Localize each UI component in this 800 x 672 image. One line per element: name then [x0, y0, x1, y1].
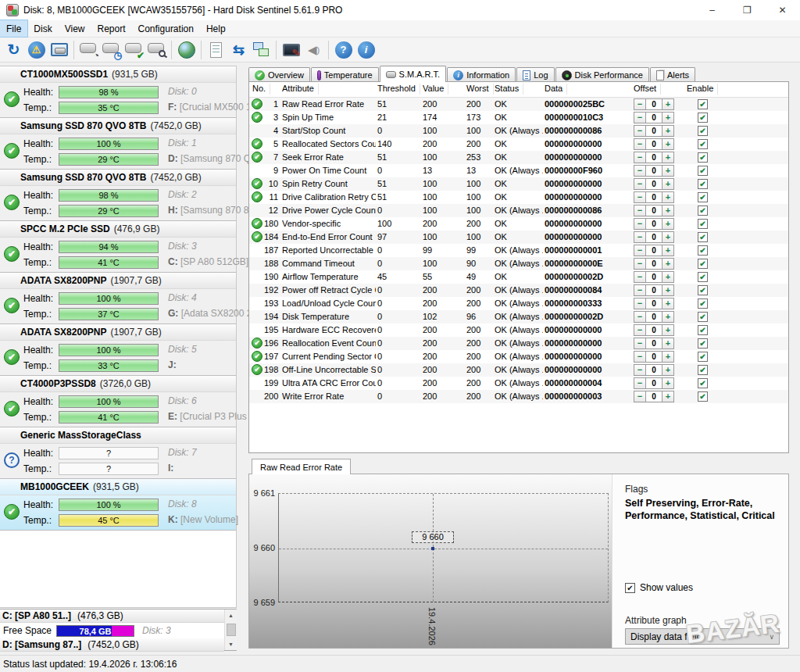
- offset-plus-button[interactable]: +: [662, 364, 674, 376]
- tab-log[interactable]: Log: [516, 67, 554, 82]
- table-row[interactable]: ✔ 180 Vendor-specific 100 200 200 OK 000…: [249, 217, 788, 231]
- offset-plus-button[interactable]: +: [662, 205, 674, 216]
- offset-minus-button[interactable]: −: [634, 98, 646, 110]
- help-icon[interactable]: ?: [333, 39, 354, 60]
- enable-checkbox[interactable]: ✔: [698, 365, 708, 375]
- world-disk-icon[interactable]: [176, 39, 197, 60]
- scroll-up-icon[interactable]: ▲: [225, 609, 238, 621]
- offset-plus-button[interactable]: +: [662, 271, 674, 283]
- offset-plus-button[interactable]: +: [662, 298, 674, 309]
- offset-minus-button[interactable]: −: [634, 178, 646, 190]
- offset-plus-button[interactable]: +: [662, 165, 674, 177]
- scroll-down-icon[interactable]: ▼: [225, 638, 238, 650]
- table-row[interactable]: ✔ 188 Command Timeout 0 100 90 OK (Alway…: [249, 257, 788, 270]
- tab-overview[interactable]: ✔Overview: [248, 67, 310, 82]
- disk-entry[interactable]: Samsung SSD 870 QVO 8TB (7452,0 GB) ✔ He…: [0, 170, 236, 221]
- table-row[interactable]: ✔ 190 Airflow Temperature 45 55 49 OK 00…: [249, 270, 788, 284]
- sync-icon[interactable]: ⇆: [228, 39, 249, 60]
- table-row[interactable]: ✔ 197 Current Pending Sector Co... 0 200…: [249, 350, 788, 363]
- menu-view[interactable]: View: [59, 20, 91, 37]
- offset-minus-button[interactable]: −: [634, 391, 646, 402]
- offset-minus-button[interactable]: −: [634, 258, 646, 270]
- offset-minus-button[interactable]: −: [634, 191, 646, 203]
- enable-checkbox[interactable]: ✔: [698, 152, 708, 163]
- offset-minus-button[interactable]: −: [634, 377, 646, 389]
- table-row[interactable]: ✔ 10 Spin Retry Count 51 100 100 OK 0000…: [249, 177, 788, 191]
- disk-clock-icon[interactable]: ◷: [101, 39, 122, 60]
- col-value[interactable]: Value: [423, 84, 444, 93]
- refresh-icon[interactable]: ↻: [3, 39, 24, 60]
- col-data[interactable]: Data: [545, 84, 562, 93]
- enable-checkbox[interactable]: ✔: [698, 232, 708, 242]
- offset-plus-button[interactable]: +: [662, 245, 674, 256]
- offset-minus-button[interactable]: −: [634, 364, 646, 376]
- tab-information[interactable]: iInformation: [447, 67, 516, 82]
- table-row[interactable]: ✔ 5 Reallocated Sectors Count 140 200 20…: [249, 138, 788, 151]
- offset-plus-button[interactable]: +: [662, 112, 674, 123]
- info-icon[interactable]: i: [355, 39, 377, 60]
- enable-checkbox[interactable]: ✔: [698, 99, 708, 109]
- col-attribute[interactable]: Attribute: [282, 84, 314, 93]
- menu-disk[interactable]: Disk: [27, 20, 58, 37]
- partition-row-c[interactable]: C: [SP A80 51..] (476,3 GB): [0, 609, 224, 623]
- enable-checkbox[interactable]: ✔: [698, 206, 708, 216]
- offset-plus-button[interactable]: +: [662, 138, 674, 150]
- table-row[interactable]: ✔ 196 Reallocation Event Count 0 200 200…: [249, 337, 788, 350]
- menu-help[interactable]: Help: [200, 20, 232, 37]
- disk-entry[interactable]: ADATA SX8200PNP (1907,7 GB) ✔ Health: 10…: [0, 324, 236, 376]
- menu-configuration[interactable]: Configuration: [132, 20, 200, 37]
- offset-plus-button[interactable]: +: [662, 152, 674, 163]
- offset-minus-button[interactable]: −: [634, 271, 646, 283]
- table-row[interactable]: ✔ 184 End-to-End Error Count 97 100 100 …: [249, 231, 788, 244]
- enable-checkbox[interactable]: ✔: [698, 312, 708, 322]
- offset-minus-button[interactable]: −: [634, 298, 646, 309]
- table-row[interactable]: ✔ 12 Drive Power Cycle Count 0 100 100 O…: [249, 204, 788, 217]
- table-row[interactable]: ✔ 11 Drive Calibration Retry Co... 51 10…: [249, 191, 788, 204]
- offset-minus-button[interactable]: −: [634, 284, 646, 296]
- enable-checkbox[interactable]: ✔: [698, 259, 708, 269]
- offset-plus-button[interactable]: +: [662, 125, 674, 137]
- table-row[interactable]: ✔ 9 Power On Time Count 0 13 13 OK (Alwa…: [249, 164, 788, 177]
- enable-checkbox[interactable]: ✔: [698, 338, 708, 349]
- enable-checkbox[interactable]: ✔: [698, 126, 708, 136]
- enable-checkbox[interactable]: ✔: [698, 219, 708, 229]
- enable-checkbox[interactable]: ✔: [698, 298, 708, 309]
- partition-scrollbar[interactable]: ▲ ▼: [224, 609, 237, 650]
- table-row[interactable]: ✔ 1 Raw Read Error Rate 51 200 200 OK 00…: [249, 98, 788, 111]
- show-values-option[interactable]: ✔ Show values: [625, 582, 693, 593]
- offset-plus-button[interactable]: +: [662, 338, 674, 349]
- enable-checkbox[interactable]: ✔: [698, 245, 708, 256]
- col-no[interactable]: No.: [252, 84, 266, 93]
- menu-report[interactable]: Report: [91, 20, 131, 37]
- offset-plus-button[interactable]: +: [662, 324, 674, 336]
- menu-file[interactable]: File: [0, 20, 27, 37]
- report-document-icon[interactable]: [205, 39, 227, 60]
- col-enable[interactable]: Enable: [687, 84, 713, 93]
- minimize-button[interactable]: –: [695, 0, 730, 20]
- disk-check-icon[interactable]: ✔: [123, 39, 145, 60]
- maximize-button[interactable]: ❐: [730, 0, 765, 20]
- tab-temperature[interactable]: Temperature: [311, 67, 379, 82]
- disk-entry[interactable]: ADATA SX8200PNP (1907,7 GB) ✔ Health: 10…: [0, 273, 236, 324]
- disk-entry[interactable]: MB1000GCEEK (931,5 GB) ✔ Health: 100 % T…: [0, 479, 236, 531]
- offset-plus-button[interactable]: +: [662, 284, 674, 296]
- offset-plus-button[interactable]: +: [662, 351, 674, 363]
- offset-minus-button[interactable]: −: [634, 112, 646, 123]
- disk-entry[interactable]: Samsung SSD 870 QVO 8TB (7452,0 GB) ✔ He…: [0, 118, 236, 170]
- offset-minus-button[interactable]: −: [634, 338, 646, 349]
- sound-icon[interactable]: ◀): [303, 39, 324, 60]
- enable-checkbox[interactable]: ✔: [698, 352, 708, 362]
- scrollbar-thumb[interactable]: [227, 624, 236, 636]
- enable-checkbox[interactable]: ✔: [698, 179, 708, 189]
- table-row[interactable]: ✔ 200 Write Error Rate 0 200 200 OK (Alw…: [249, 390, 788, 403]
- table-row[interactable]: ✔ 192 Power off Retract Cycle Co... 0 20…: [249, 284, 788, 297]
- offset-plus-button[interactable]: +: [662, 98, 674, 110]
- disk-entry[interactable]: CT4000P3PSSD8 (3726,0 GB) ✔ Health: 100 …: [0, 376, 236, 427]
- col-offset[interactable]: Offset: [634, 84, 656, 93]
- chart-tab[interactable]: Raw Read Error Rate: [252, 459, 351, 474]
- enable-checkbox[interactable]: ✔: [698, 166, 708, 176]
- disk-entry[interactable]: SPCC M.2 PCIe SSD (476,9 GB) ✔ Health: 9…: [0, 221, 236, 273]
- disk-gauge-icon[interactable]: ◔: [78, 39, 99, 60]
- network-computers-icon[interactable]: [251, 39, 272, 60]
- table-row[interactable]: ✔ 3 Spin Up Time 21 174 173 OK 000000001…: [249, 111, 788, 124]
